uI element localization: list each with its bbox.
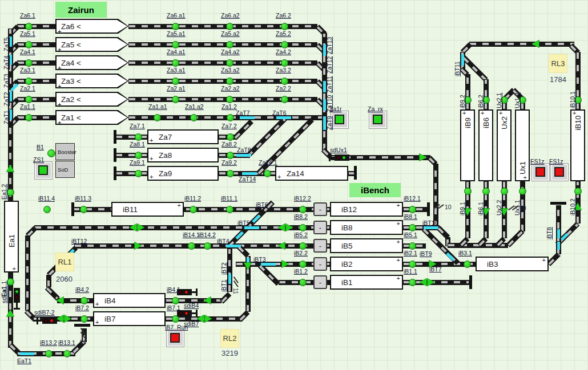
block-Za4[interactable]: Za4 <+ xyxy=(55,55,128,70)
sensor-iB3.1[interactable] xyxy=(464,261,471,268)
sensor-iB12.2[interactable] xyxy=(299,206,307,213)
sensor-iB2.1[interactable] xyxy=(409,261,416,268)
sensor-iB13.1[interactable] xyxy=(63,350,71,357)
sensor-Za5.a2[interactable] xyxy=(226,41,233,48)
block-Ea1[interactable]: Ea1+ xyxy=(4,201,19,273)
button-iB7_Run[interactable] xyxy=(166,329,184,347)
block-Ux1[interactable]: Ux1+ xyxy=(515,109,530,181)
sensor-Za3.1[interactable] xyxy=(25,78,33,85)
block-iB1[interactable]: iB1+ xyxy=(330,275,403,290)
block-iB8[interactable]: iB8+ xyxy=(330,220,403,235)
sensor-iB5.2[interactable] xyxy=(299,242,307,250)
sensor-iB6.1[interactable] xyxy=(482,188,490,195)
sensor-Za14.1[interactable] xyxy=(264,170,271,177)
block-Za5[interactable]: Za5 <+ xyxy=(55,37,128,52)
output-B1-indicator[interactable] xyxy=(47,149,55,157)
block-iB5[interactable]: iB5+ xyxy=(330,238,403,253)
sensor-iB2.2[interactable] xyxy=(299,261,307,268)
turnout-switch[interactable] xyxy=(557,242,560,250)
sensor-Za3.a2[interactable] xyxy=(226,78,233,85)
turnout-switch[interactable] xyxy=(244,226,259,229)
block-Za1[interactable]: Za1 <+ xyxy=(55,110,128,125)
sensor-iB11.3[interactable] xyxy=(80,206,87,213)
panel-button-Booster[interactable]: Booster xyxy=(55,143,75,160)
sensor-Za7.1[interactable] xyxy=(135,133,142,141)
button-FS1z[interactable] xyxy=(550,163,569,181)
sensor-Za6.2[interactable] xyxy=(281,23,288,30)
sensor-iB4.2[interactable] xyxy=(80,297,88,304)
sensor-Za1.a1[interactable] xyxy=(154,114,161,121)
sensor-Za2.2[interactable] xyxy=(281,96,288,103)
block-Za7[interactable]: Za7+ xyxy=(147,129,219,144)
turnout-switch[interactable] xyxy=(240,116,255,119)
sensor-Za9.1[interactable] xyxy=(135,170,142,177)
block-Za14[interactable]: Za14+ xyxy=(275,166,348,181)
sensor-Za8.1[interactable] xyxy=(135,152,142,159)
turnout-switch[interactable] xyxy=(424,226,438,229)
sensor-Za6.1[interactable] xyxy=(25,23,33,30)
turnout-switch[interactable] xyxy=(226,245,241,247)
turnout-switch[interactable] xyxy=(323,44,326,56)
sensor-Za4.1[interactable] xyxy=(25,59,33,67)
turnout-switch[interactable] xyxy=(323,81,326,92)
sensor-iB10.2[interactable] xyxy=(574,188,582,195)
block-Za2[interactable]: Za2 <+ xyxy=(55,92,128,107)
block-iB7[interactable]: iB7+ xyxy=(93,311,166,326)
button-ZS1[interactable] xyxy=(34,161,53,180)
panel-button-SoD[interactable]: SoD xyxy=(55,161,75,178)
sensor-iB12.1[interactable] xyxy=(409,206,416,213)
turnout-switch[interactable] xyxy=(323,99,326,111)
sensor-Ux1.1[interactable] xyxy=(519,188,526,195)
sensor-Za9.2[interactable] xyxy=(227,170,234,177)
sensor-iB14.1[interactable] xyxy=(188,242,195,250)
block-iB3[interactable]: iB3+ xyxy=(476,257,549,271)
block-iB11[interactable]: iB11+ xyxy=(111,202,184,217)
sensor-iB1.2[interactable] xyxy=(299,279,307,286)
sensor-iB4.1[interactable] xyxy=(172,297,179,304)
block-iB9[interactable]: iB9+ xyxy=(460,109,475,181)
turnout-switch[interactable] xyxy=(242,172,257,175)
button-FS1z[interactable] xyxy=(531,163,550,181)
block-Za8[interactable]: Za8+ xyxy=(147,148,219,162)
turnout-switch[interactable] xyxy=(461,54,464,66)
sensor-Za5.a1[interactable] xyxy=(172,41,179,48)
sensor-Ux2.2[interactable] xyxy=(501,188,508,195)
sensor-Za2.a2[interactable] xyxy=(226,96,233,103)
button-Za1r[interactable] xyxy=(331,111,349,129)
turnout-switch[interactable] xyxy=(236,154,251,157)
sensor-Za8.2[interactable] xyxy=(227,152,234,159)
sensor-iB11.1[interactable] xyxy=(226,206,233,213)
sensor-Za1.2[interactable] xyxy=(227,114,234,121)
sensor-iB8.2[interactable] xyxy=(299,224,307,231)
block-minus-button[interactable]: - xyxy=(313,221,327,234)
block-minus-button[interactable]: - xyxy=(313,239,327,253)
block-minus-button[interactable]: - xyxy=(313,257,327,271)
sensor-iB5.1[interactable] xyxy=(409,242,416,250)
sensor-Za3.a1[interactable] xyxy=(172,78,179,85)
sensor-Ea1.2[interactable] xyxy=(7,189,14,196)
sensor-Za4.a2[interactable] xyxy=(226,59,233,67)
turnout-switch[interactable] xyxy=(557,229,560,238)
block-minus-button[interactable]: - xyxy=(313,275,327,289)
sensor-Za7.2[interactable] xyxy=(227,133,234,141)
block-Za6[interactable]: Za6 <+ xyxy=(55,19,128,34)
sensor-Za5.2[interactable] xyxy=(281,41,288,48)
block-iB2[interactable]: iB2+ xyxy=(330,257,403,271)
sensor-Za5.1[interactable] xyxy=(25,41,33,48)
sensor-Za6.a2[interactable] xyxy=(226,23,233,30)
sensor-iB1.1[interactable] xyxy=(409,279,416,286)
sensor-iB7.2[interactable] xyxy=(80,315,88,323)
block-Ux2[interactable]: Ux2+ xyxy=(497,109,512,181)
sensor-Za2.1[interactable] xyxy=(25,96,33,103)
sensor-Za1.1[interactable] xyxy=(25,114,33,121)
block-iB4[interactable]: iB4+ xyxy=(93,293,166,308)
turnout-switch[interactable] xyxy=(19,352,34,355)
sensor-iB13.2[interactable] xyxy=(45,350,53,357)
sensor-iB9.1[interactable] xyxy=(464,188,472,195)
block-iB6[interactable]: iB6+ xyxy=(478,109,493,181)
sensor-Za4.2[interactable] xyxy=(281,59,288,67)
sensor-Za3.2[interactable] xyxy=(281,78,288,85)
sensor-Za6.a1[interactable] xyxy=(172,23,179,30)
block-minus-button[interactable]: - xyxy=(313,202,327,216)
block-Za9[interactable]: Za9+ xyxy=(147,166,219,181)
